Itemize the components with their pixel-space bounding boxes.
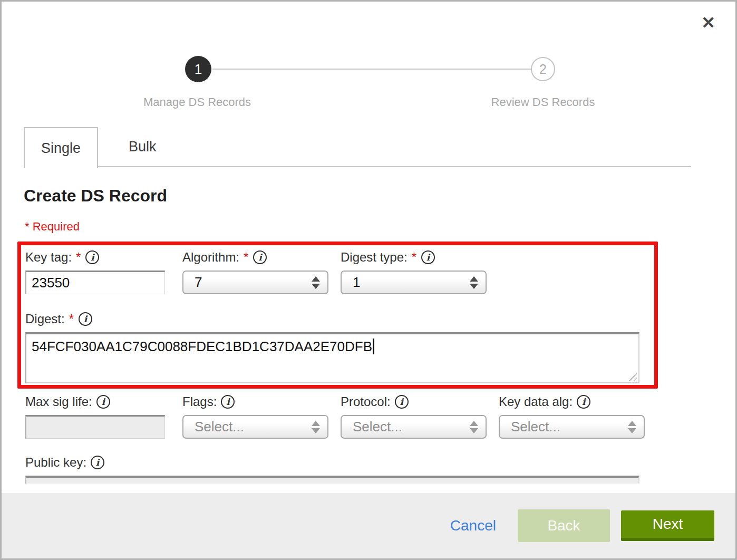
next-button[interactable]: Next xyxy=(621,510,714,541)
select-arrows-icon xyxy=(470,421,478,433)
info-icon[interactable]: i xyxy=(85,250,99,264)
algorithm-select[interactable]: 7 xyxy=(182,271,328,294)
key-tag-field-group: Key tag: * i xyxy=(25,248,182,294)
optional-fields-row: Max sig life: i Flags: i Select... Proto… xyxy=(25,392,657,439)
public-key-label: Public key: xyxy=(25,455,86,470)
step-2-circle: 2 xyxy=(531,57,555,81)
flags-field-group: Flags: i Select... xyxy=(182,392,341,439)
protocol-field-group: Protocol: i Select... xyxy=(341,392,499,439)
digest-type-selected-value: 1 xyxy=(353,274,360,291)
digest-type-field-group: Digest type: * i 1 xyxy=(341,248,499,294)
info-icon[interactable]: i xyxy=(577,395,590,409)
select-arrows-icon xyxy=(312,276,320,289)
public-key-textarea[interactable] xyxy=(25,476,639,484)
select-arrows-icon xyxy=(628,421,636,433)
flags-select[interactable]: Select... xyxy=(182,415,328,439)
flags-selected-value: Select... xyxy=(195,419,244,435)
info-icon[interactable]: i xyxy=(79,312,92,326)
digest-label: Digest: xyxy=(25,312,65,326)
info-icon[interactable]: i xyxy=(253,250,267,264)
text-cursor xyxy=(373,339,374,354)
digest-value: 54FCF030AA1C79C0088FDEC1BD1C37DAA2E70DFB xyxy=(32,339,372,354)
annotation-highlight-box: Key tag: * i Algorithm: * i 7 xyxy=(17,242,658,389)
page-title: Create DS Record xyxy=(24,186,167,206)
tab-single[interactable]: Single xyxy=(24,127,98,168)
digest-textarea[interactable]: 54FCF030AA1C79C0088FDEC1BD1C37DAA2E70DFB xyxy=(25,332,639,383)
key-data-alg-selected-value: Select... xyxy=(511,419,560,435)
public-key-field-group: Public key: i xyxy=(25,453,639,484)
required-asterisk: * xyxy=(244,250,248,265)
max-sig-life-input[interactable] xyxy=(25,415,165,439)
digest-type-label: Digest type: xyxy=(341,250,408,265)
create-ds-record-dialog: ✕ 1 2 Manage DS Records Review DS Record… xyxy=(0,0,737,560)
required-asterisk: * xyxy=(412,250,416,265)
protocol-selected-value: Select... xyxy=(353,419,402,435)
key-data-alg-label: Key data alg: xyxy=(499,394,573,409)
info-icon[interactable]: i xyxy=(395,395,409,409)
protocol-select[interactable]: Select... xyxy=(341,415,487,439)
step-2-label: Review DS Records xyxy=(491,95,595,109)
algorithm-selected-value: 7 xyxy=(195,274,202,291)
key-data-alg-field-group: Key data alg: i Select... xyxy=(499,392,657,439)
required-asterisk: * xyxy=(69,312,74,326)
tab-bulk[interactable]: Bulk xyxy=(98,127,187,166)
step-1-circle: 1 xyxy=(185,56,211,82)
resize-grip-icon[interactable] xyxy=(627,371,637,381)
info-icon[interactable]: i xyxy=(91,456,104,469)
algorithm-field-group: Algorithm: * i 7 xyxy=(182,248,341,294)
tab-bar: Single Bulk xyxy=(24,127,691,167)
select-arrows-icon xyxy=(470,276,478,289)
dialog-footer: Cancel Back Next xyxy=(2,493,735,558)
digest-type-select[interactable]: 1 xyxy=(341,271,487,294)
flags-label: Flags: xyxy=(182,394,217,409)
select-arrows-icon xyxy=(312,421,320,433)
cancel-button[interactable]: Cancel xyxy=(450,517,496,534)
max-sig-life-label: Max sig life: xyxy=(25,394,92,409)
step-connector-line xyxy=(212,69,531,70)
step-1-label: Manage DS Records xyxy=(143,95,251,109)
protocol-label: Protocol: xyxy=(341,394,391,409)
info-icon[interactable]: i xyxy=(96,395,110,409)
info-icon[interactable]: i xyxy=(221,395,235,409)
key-tag-label: Key tag: xyxy=(25,250,72,265)
back-button[interactable]: Back xyxy=(518,509,610,542)
key-tag-input[interactable] xyxy=(25,271,165,294)
key-data-alg-select[interactable]: Select... xyxy=(499,415,645,439)
info-icon[interactable]: i xyxy=(421,250,435,264)
required-asterisk: * xyxy=(76,250,81,265)
algorithm-label: Algorithm: xyxy=(182,250,239,265)
required-note: * Required xyxy=(25,220,80,234)
close-icon[interactable]: ✕ xyxy=(701,14,715,31)
max-sig-life-field-group: Max sig life: i xyxy=(25,392,182,439)
